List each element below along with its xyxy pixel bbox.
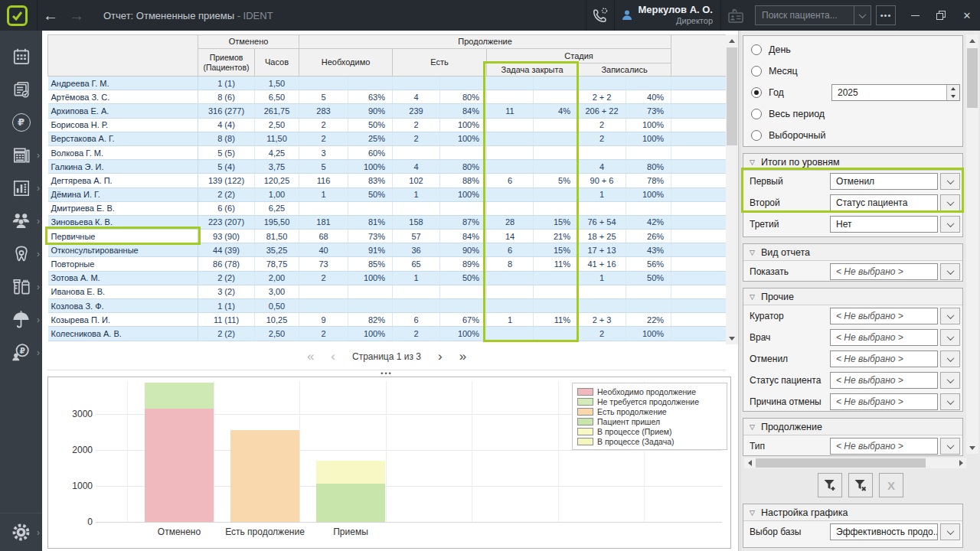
- spinner-down-button[interactable]: [947, 93, 959, 100]
- table-scrollbar[interactable]: [726, 34, 738, 344]
- maximize-button[interactable]: [928, 0, 954, 31]
- app-logo-icon[interactable]: [7, 5, 28, 26]
- table-row[interactable]: Колесникова А. В.2 (2)2,502100%2100%2100…: [48, 327, 727, 341]
- close-button[interactable]: ✕: [954, 0, 980, 31]
- dropdown-value[interactable]: Нет: [830, 216, 938, 233]
- radio-icon[interactable]: [751, 66, 762, 77]
- column-header-hours[interactable]: Часов: [255, 49, 299, 77]
- dropdown-value[interactable]: < Не выбрано >: [830, 308, 938, 324]
- dropdown-button[interactable]: [940, 393, 960, 410]
- dropdown-value[interactable]: < Не выбрано >: [830, 350, 938, 367]
- splitter-handle[interactable]: •••: [47, 370, 726, 376]
- scroll-up-button[interactable]: [966, 34, 978, 47]
- dropdown-Врач[interactable]: < Не выбрано >: [830, 329, 960, 346]
- dropdown-Причина отмены[interactable]: < Не выбрано >: [830, 393, 960, 410]
- table-row[interactable]: Артёмова З. С.8 (6)6,50563%480%2 + 240%: [48, 90, 727, 104]
- radio-icon[interactable]: [751, 87, 762, 98]
- dropdown-value[interactable]: < Не выбрано >: [830, 372, 938, 389]
- section-header[interactable]: ▽Продолжение: [743, 419, 962, 435]
- table-row[interactable]: Архипова Е. А.316 (277)261,7528390%23984…: [48, 104, 727, 118]
- radio-icon[interactable]: [751, 44, 762, 55]
- section-header[interactable]: ▽Прочие: [743, 289, 962, 305]
- dropdown-Отменил[interactable]: < Не выбрано >: [830, 350, 960, 367]
- hscrollbar-thumb[interactable]: [756, 458, 926, 468]
- sidebar-item-salary[interactable]: ₽ ›: [0, 336, 42, 369]
- dropdown-value[interactable]: Статус пациента: [830, 194, 938, 211]
- sidebar-item-staff[interactable]: ›: [0, 204, 42, 237]
- section-header[interactable]: ▽Настройка графика: [743, 504, 962, 521]
- scroll-left-button[interactable]: [744, 458, 755, 468]
- table-row[interactable]: Козлова З. Ф.1 (1)0,50: [48, 299, 727, 313]
- forward-button[interactable]: →: [64, 7, 90, 24]
- spinner-up-button[interactable]: [947, 85, 959, 93]
- table-row[interactable]: Волкова Г. М.5 (5)4,25360%: [48, 145, 727, 159]
- patient-search-input[interactable]: [756, 6, 854, 24]
- dropdown-Тип[interactable]: < Не выбрано >: [830, 438, 960, 455]
- dropdown-value[interactable]: < Не выбрано >: [830, 438, 938, 455]
- column-header-continuation[interactable]: Продолжение: [299, 35, 671, 49]
- section-header[interactable]: ▽Итоги по уровням: [743, 154, 962, 171]
- radio-icon[interactable]: [751, 130, 762, 141]
- column-header-name[interactable]: [48, 35, 198, 77]
- dropdown-value[interactable]: Эффективность продо...: [830, 523, 938, 540]
- more-options-button[interactable]: •••: [876, 5, 896, 25]
- dropdown-value[interactable]: < Не выбрано >: [830, 393, 938, 410]
- minimize-button[interactable]: [902, 0, 928, 31]
- close-filter-button[interactable]: X: [879, 473, 903, 497]
- dropdown-Третий[interactable]: Нет: [830, 216, 960, 233]
- back-button[interactable]: ←: [38, 7, 64, 24]
- sidebar-item-treatment[interactable]: ›: [0, 237, 42, 270]
- table-row[interactable]: Верстакова А. Г.8 (8)11,50225%2100%2100%: [48, 132, 727, 145]
- table-row[interactable]: Отконсультированные44 (39)35,254091%3690…: [48, 243, 727, 257]
- dropdown-Выбор базы[interactable]: Эффективность продо...: [830, 523, 960, 540]
- dropdown-button[interactable]: [940, 194, 960, 211]
- column-header-cancelled[interactable]: Отменено: [198, 35, 299, 49]
- period-option-Месяц[interactable]: Месяц: [743, 60, 962, 82]
- year-spinner[interactable]: 2025: [831, 84, 960, 101]
- table-row[interactable]: Первичные93 (90)81,506873%5784%1421%18 +…: [48, 230, 727, 243]
- sidebar-item-schedule[interactable]: [0, 40, 42, 73]
- vscrollbar-thumb[interactable]: [967, 48, 978, 108]
- panel-hscrollbar[interactable]: [744, 458, 966, 468]
- sidebar-item-warehouse[interactable]: ›: [0, 270, 42, 303]
- last-page-button[interactable]: »: [459, 349, 466, 364]
- dropdown-Показать[interactable]: < Не выбрано >: [830, 263, 960, 280]
- dropdown-button[interactable]: [940, 263, 960, 280]
- period-option-Год[interactable]: Год2025: [743, 82, 962, 103]
- phone-settings-button[interactable]: [586, 0, 614, 31]
- dropdown-button[interactable]: [940, 308, 960, 324]
- column-header-have[interactable]: Есть: [393, 49, 487, 77]
- dropdown-Второй[interactable]: Статус пациента: [830, 194, 960, 211]
- patient-card-back-button[interactable]: [721, 0, 750, 31]
- panel-vscrollbar[interactable]: [966, 34, 978, 454]
- search-dropdown-button[interactable]: [854, 6, 871, 24]
- table-row[interactable]: Зиновьева К. В.223 (207)195,5018181%1588…: [48, 215, 727, 229]
- dropdown-Куратор[interactable]: < Не выбрано >: [830, 308, 960, 324]
- dropdown-button[interactable]: [940, 329, 960, 346]
- scroll-right-button[interactable]: [956, 458, 966, 468]
- dropdown-button[interactable]: [940, 216, 960, 233]
- scroll-down-button[interactable]: [966, 442, 978, 454]
- radio-icon[interactable]: [751, 109, 762, 119]
- section-header[interactable]: ▽Вид отчета: [743, 244, 962, 261]
- column-header-signed-up[interactable]: Записались: [578, 64, 671, 77]
- sidebar-item-payments[interactable]: ₽: [0, 106, 42, 139]
- table-row[interactable]: Галкина Э. И.5 (4)3,755100%480%480%: [48, 160, 727, 174]
- dropdown-button[interactable]: [940, 372, 960, 389]
- period-option-День[interactable]: День: [743, 39, 962, 60]
- first-page-button[interactable]: «: [307, 349, 314, 364]
- dropdown-value[interactable]: < Не выбрано >: [830, 263, 938, 280]
- dropdown-button[interactable]: [940, 438, 960, 455]
- sidebar-item-reports[interactable]: ›: [0, 171, 42, 204]
- period-option-Весь период[interactable]: Весь период: [743, 103, 962, 125]
- column-header-appointments[interactable]: Приемов (Пациентов): [198, 49, 255, 77]
- dropdown-value[interactable]: Отменил: [830, 173, 938, 190]
- table-row[interactable]: Дегтярева А. П.139 (122)120,2511683%1028…: [48, 174, 727, 187]
- table-row[interactable]: Козырева П. И.11 (11)10,25982%667%111%2 …: [48, 313, 727, 327]
- table-row[interactable]: Зотова А. М.2 (2)2,002100%150%150%: [48, 271, 727, 285]
- dropdown-value[interactable]: < Не выбрано >: [830, 329, 938, 346]
- column-header-stage[interactable]: Стадия: [487, 49, 671, 64]
- scrollbar-thumb[interactable]: [727, 47, 737, 145]
- sidebar-item-cashbox[interactable]: ›: [0, 139, 42, 171]
- next-page-button[interactable]: ›: [438, 349, 443, 364]
